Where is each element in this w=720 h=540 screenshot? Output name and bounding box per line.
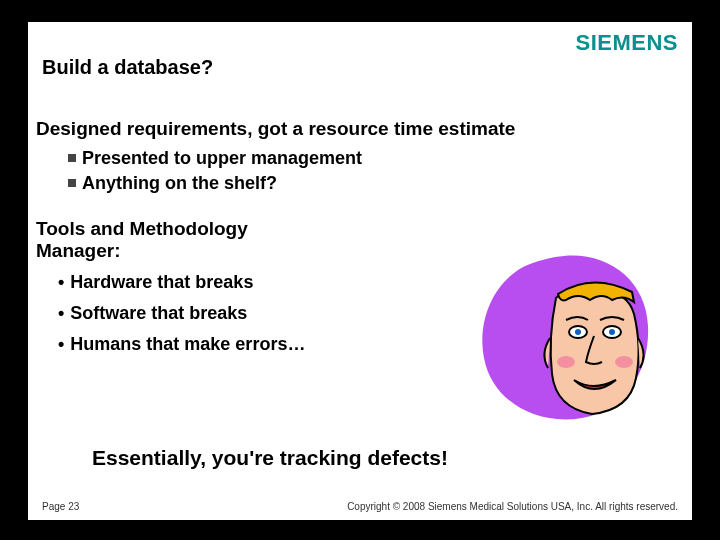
square-bullet-icon [68, 179, 76, 187]
bullet-row: • Hardware that breaks [58, 272, 318, 293]
page-number: Page 23 [42, 501, 79, 512]
brand-logo: SIEMENS [575, 30, 678, 56]
svg-point-5 [615, 356, 633, 368]
bullet-software: Software that breaks [70, 303, 247, 324]
cartoon-face-icon [538, 278, 648, 418]
svg-point-3 [609, 329, 615, 335]
bullet-humans: Humans that make errors… [70, 334, 305, 355]
heading-requirements: Designed requirements, got a resource ti… [36, 118, 684, 140]
clipart-face [478, 250, 650, 422]
bullet-hardware: Hardware that breaks [70, 272, 253, 293]
svg-point-1 [575, 329, 581, 335]
slide-title: Build a database? [42, 56, 213, 79]
dot-bullet-icon: • [58, 272, 64, 293]
square-bullet-icon [68, 154, 76, 162]
dot-bullet-icon: • [58, 334, 64, 355]
subbullet-presented: Presented to upper management [82, 148, 362, 169]
heading-tools-manager: Tools and Methodology Manager: [36, 218, 296, 262]
slide: SIEMENS Build a database? Designed requi… [28, 22, 692, 520]
subbullet-shelf: Anything on the shelf? [82, 173, 277, 194]
bullet-row: • Software that breaks [58, 303, 318, 324]
subbullet-row: Anything on the shelf? [68, 173, 684, 194]
copyright: Copyright © 2008 Siemens Medical Solutio… [347, 501, 678, 512]
dot-bullet-icon: • [58, 303, 64, 324]
bullet-row: • Humans that make errors… [58, 334, 318, 355]
svg-point-4 [557, 356, 575, 368]
punchline: Essentially, you're tracking defects! [92, 446, 448, 470]
subbullet-row: Presented to upper management [68, 148, 684, 169]
